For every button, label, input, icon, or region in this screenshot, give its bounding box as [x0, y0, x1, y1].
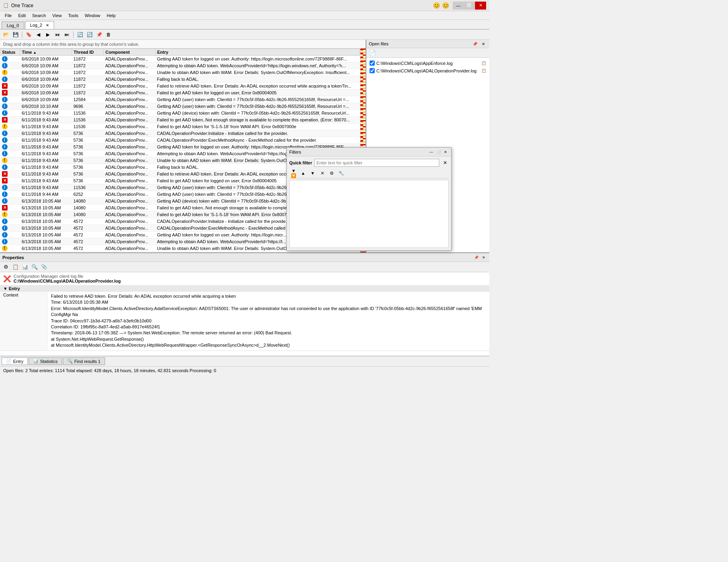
prop-btn-2[interactable]: 📋: [11, 263, 20, 271]
table-row[interactable]: i 6/6/2018 10:09 AM 12584 ADALOperationP…: [0, 96, 360, 103]
col-entry[interactable]: Entry: [156, 49, 360, 56]
cell-component: ADALOperationProv...: [104, 205, 156, 211]
error-icon: ✕: [2, 90, 8, 96]
prop-btn-5[interactable]: 📎: [40, 263, 49, 271]
quick-filter-input[interactable]: [314, 159, 439, 167]
table-row[interactable]: i 6/11/2018 9:43 AM 5736 ADALOperationPr…: [0, 137, 360, 144]
menu-window[interactable]: Window: [82, 12, 103, 19]
cell-status: !: [0, 211, 20, 218]
cell-entry: Failed to get AAD token for 'S-1-5-18' f…: [156, 123, 360, 130]
table-row[interactable]: ✕ 6/6/2018 10:09 AM 11872 ADALOperationP…: [0, 83, 360, 90]
cell-status: i: [0, 191, 20, 198]
clear-button[interactable]: 🗑: [104, 31, 113, 39]
open-button[interactable]: 📂: [2, 31, 10, 39]
tab-log2[interactable]: Log_2 ✕: [25, 21, 55, 29]
tab-close-button[interactable]: ✕: [46, 23, 49, 27]
props-close-button[interactable]: ✕: [481, 255, 487, 260]
file-action-0[interactable]: 📋: [481, 61, 486, 65]
cell-component: ADALOperationProv...: [104, 69, 156, 76]
filter-up-button[interactable]: ▲: [299, 169, 308, 177]
cell-time: 6/6/2018 10:09 AM: [20, 76, 72, 83]
tab-log0[interactable]: Log_0: [2, 21, 24, 29]
cell-thread: 5736: [72, 171, 104, 178]
filters-maximize[interactable]: ⬜: [435, 149, 442, 155]
cell-component: ADALOperationProv...: [104, 103, 156, 110]
entry-section-header[interactable]: ▼ Entry: [0, 285, 489, 292]
info-icon: i: [2, 185, 8, 190]
filter-delete-button[interactable]: ✕: [318, 169, 327, 177]
cell-time: 6/6/2018 10:09 AM: [20, 56, 72, 62]
filters-minimize[interactable]: —: [428, 149, 434, 155]
table-row[interactable]: ! 6/6/2018 10:09 AM 11872 ADALOperationP…: [0, 69, 360, 76]
cell-component: ADALOperationProv...: [104, 130, 156, 137]
prop-btn-1[interactable]: ⚙: [2, 263, 10, 271]
cell-time: 6/6/2018 10:09 AM: [20, 62, 72, 69]
menu-tools[interactable]: Tools: [65, 12, 82, 19]
col-status[interactable]: Status: [0, 49, 20, 56]
entry-section: ▼ Entry Context Failed to retrieve AAD t…: [0, 285, 489, 351]
menu-view[interactable]: View: [49, 12, 65, 19]
bookmark-button[interactable]: 🔖: [24, 31, 33, 39]
cell-time: 6/11/2018 9:43 AM: [20, 164, 72, 171]
file-action-1[interactable]: 📋: [481, 68, 486, 73]
prev-prev-button[interactable]: ⏮: [53, 31, 62, 39]
menu-help[interactable]: Help: [103, 12, 119, 19]
close-button[interactable]: ✕: [475, 2, 486, 10]
cell-entry: Failed to get AAD token for logged on us…: [156, 90, 360, 96]
tab-find-results[interactable]: 🔍 Find results 1: [63, 357, 105, 365]
table-row[interactable]: ✕ 6/11/2018 9:43 AM 11536 ADALOperationP…: [0, 117, 360, 123]
cell-time: 6/11/2018 9:43 AM: [20, 137, 72, 144]
table-row[interactable]: ✕ 6/6/2018 10:09 AM 11872 ADALOperationP…: [0, 90, 360, 96]
cell-status: !: [0, 123, 20, 130]
table-row[interactable]: i 6/6/2018 10:09 AM 11872 ADALOperationP…: [0, 56, 360, 62]
prop-btn-4[interactable]: 🔍: [30, 263, 39, 271]
cell-time: 6/11/2018 9:43 AM: [20, 130, 72, 137]
cell-status: i: [0, 137, 20, 144]
props-pin-button[interactable]: 📌: [473, 255, 479, 260]
col-thread[interactable]: Thread ID: [72, 49, 104, 56]
filter-add-button[interactable]: ▼ 🔽: [289, 169, 298, 177]
table-row[interactable]: i 6/6/2018 10:09 AM 11872 ADALOperationP…: [0, 62, 360, 69]
col-component[interactable]: Component: [104, 49, 156, 56]
refresh-button[interactable]: 🔄: [76, 31, 84, 39]
sync-button[interactable]: 🔃: [85, 31, 94, 39]
filters-close[interactable]: ✕: [442, 149, 449, 155]
cell-component: ADALOperationProv...: [104, 62, 156, 69]
panel-pin-button[interactable]: 📌: [471, 41, 479, 47]
menu-search[interactable]: Search: [29, 12, 49, 19]
pin-button[interactable]: 📌: [95, 31, 103, 39]
filter-extra-button[interactable]: 🔧: [337, 169, 346, 177]
table-row[interactable]: ! 6/11/2018 9:43 AM 11536 ADALOperationP…: [0, 123, 360, 130]
quick-filter-clear-button[interactable]: ✕: [442, 159, 449, 166]
cell-time: 6/13/2018 10:05 AM: [20, 252, 72, 253]
panel-close-button[interactable]: ✕: [480, 41, 487, 47]
filter-down-button[interactable]: ▼: [308, 169, 317, 177]
tab-entry[interactable]: 📄 Entry: [2, 357, 28, 365]
file-checkbox-1[interactable]: [370, 68, 375, 73]
next-button[interactable]: ▶: [43, 31, 52, 39]
table-row[interactable]: i 6/13/2018 10:05 AM 4572 ADALOperationP…: [0, 252, 360, 253]
filter-options-button[interactable]: ⚙: [327, 169, 336, 177]
table-row[interactable]: i 6/11/2018 9:43 AM 5736 ADALOperationPr…: [0, 130, 360, 137]
error-icon: ✕: [2, 83, 8, 89]
tab-bar: Log_0 Log_2 ✕: [0, 20, 489, 29]
save-button[interactable]: 💾: [11, 31, 20, 39]
menu-file[interactable]: File: [2, 12, 15, 19]
prop-btn-3[interactable]: 📊: [21, 263, 29, 271]
add-file-button[interactable]: 📄: [368, 49, 377, 57]
table-row[interactable]: i 6/6/2018 10:10 AM 9696 ADALOperationPr…: [0, 103, 360, 110]
maximize-button[interactable]: ⬜: [464, 2, 475, 10]
table-row[interactable]: i 6/6/2018 10:09 AM 11872 ADALOperationP…: [0, 76, 360, 83]
prev-button[interactable]: ◀: [34, 31, 43, 39]
menu-edit[interactable]: Edit: [15, 12, 29, 19]
cell-component: ADALOperationProv...: [104, 76, 156, 83]
info-icon: i: [2, 239, 8, 244]
next-next-button[interactable]: ⏭: [62, 31, 71, 39]
cell-time: 6/13/2018 10:05 AM: [20, 198, 72, 205]
tab-statistics[interactable]: 📊 Statistics: [29, 357, 62, 365]
file-checkbox-0[interactable]: [370, 60, 375, 66]
filters-list-area: [289, 180, 449, 248]
table-row[interactable]: i 6/11/2018 9:43 AM 11536 ADALOperationP…: [0, 110, 360, 117]
minimize-button[interactable]: —: [453, 2, 464, 10]
col-time[interactable]: Time: [20, 49, 72, 56]
